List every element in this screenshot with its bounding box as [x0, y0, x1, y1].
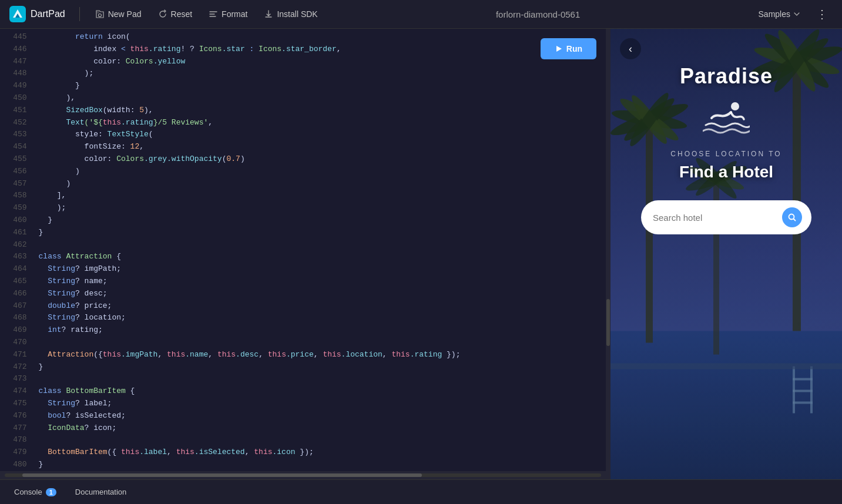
line-content: ); — [34, 202, 606, 214]
line-content: String? name; — [34, 275, 606, 288]
table-row: 479 BottomBarItem({ this.label, this.isS… — [0, 446, 606, 459]
scrollbar-thumb — [22, 473, 422, 477]
line-number: 479 — [0, 446, 34, 459]
line-content: class Attraction { — [34, 251, 606, 263]
main-area: Run 445 return icon(446 index < this.rat… — [0, 29, 842, 479]
samples-label: Samples — [759, 9, 790, 19]
preview-content: Paradise CHOOSE LOCATION TO Find a Hotel — [610, 29, 842, 234]
line-number: 451 — [0, 105, 34, 117]
line-number: 468 — [0, 312, 34, 324]
table-row: 463class Attraction { — [0, 251, 606, 263]
line-content — [34, 337, 606, 349]
line-content: color: Colors.yellow — [34, 56, 606, 68]
line-number: 480 — [0, 459, 34, 471]
line-number: 460 — [0, 214, 34, 227]
line-content: color: Colors.grey.withOpacity(0.7) — [34, 153, 606, 166]
line-content: ); — [34, 68, 606, 80]
table-row: 462 — [0, 239, 606, 251]
samples-button[interactable]: Samples — [753, 6, 807, 22]
line-content: String? desc; — [34, 288, 606, 300]
reset-label: Reset — [171, 9, 193, 19]
search-bar — [641, 200, 811, 234]
line-content: int? rating; — [34, 324, 606, 337]
svg-point-1 — [98, 14, 101, 17]
toolbar: DartPad New Pad Reset Format Install SDK… — [0, 0, 842, 29]
install-sdk-button[interactable]: Install SDK — [258, 6, 323, 22]
console-tab[interactable]: Console 1 — [9, 485, 61, 499]
format-icon — [209, 9, 218, 19]
editor-panel: Run 445 return icon(446 index < this.rat… — [0, 29, 606, 479]
line-number: 469 — [0, 324, 34, 337]
table-row: 473 — [0, 373, 606, 385]
line-number: 449 — [0, 80, 34, 92]
line-number: 467 — [0, 300, 34, 313]
line-number: 461 — [0, 227, 34, 239]
line-content: } — [34, 361, 606, 374]
run-button[interactable]: Run — [541, 38, 596, 59]
line-number: 453 — [0, 129, 34, 141]
table-row: 446 index < this.rating! ? Icons.star : … — [0, 43, 606, 56]
preview-subtitle: CHOOSE LOCATION TO — [670, 150, 781, 158]
table-row: 470 — [0, 337, 606, 349]
code-editor[interactable]: 445 return icon(446 index < this.rating!… — [0, 29, 606, 471]
table-row: 461} — [0, 227, 606, 239]
search-submit-button[interactable] — [782, 207, 802, 227]
horizontal-scrollbar[interactable] — [0, 471, 606, 479]
line-number: 455 — [0, 153, 34, 166]
line-content: ) — [34, 166, 606, 178]
bottom-bar: Console 1 Documentation — [0, 479, 842, 504]
table-row: 453 style: TextStyle( — [0, 129, 606, 141]
table-row: 469 int? rating; — [0, 324, 606, 337]
table-row: 467 double? price; — [0, 300, 606, 313]
swim-icon — [703, 100, 750, 138]
table-row: 459 ); — [0, 202, 606, 214]
line-content: Text('${this.rating}/5 Reviews', — [34, 117, 606, 129]
line-number: 473 — [0, 373, 34, 385]
line-number: 476 — [0, 410, 34, 422]
line-content: } — [34, 214, 606, 227]
line-content: } — [34, 459, 606, 471]
scrollbar-track — [5, 473, 601, 477]
table-row: 454 fontSize: 12, — [0, 141, 606, 153]
table-row: 465 String? name; — [0, 275, 606, 288]
line-number: 464 — [0, 263, 34, 275]
line-content: ) — [34, 178, 606, 190]
new-pad-button[interactable]: New Pad — [89, 6, 147, 22]
preview-back-button[interactable]: ‹ — [620, 38, 641, 59]
line-content: } — [34, 80, 606, 92]
vscroll-thumb — [606, 299, 610, 346]
documentation-tab[interactable]: Documentation — [71, 485, 131, 499]
logo-area: DartPad — [9, 6, 65, 22]
line-content: String? imgPath; — [34, 263, 606, 275]
preview-background: Paradise CHOOSE LOCATION TO Find a Hotel — [610, 29, 842, 479]
reset-button[interactable]: Reset — [152, 6, 199, 22]
table-row: 456 ) — [0, 166, 606, 178]
format-label: Format — [222, 9, 247, 19]
line-content: fontSize: 12, — [34, 141, 606, 153]
table-row: 480} — [0, 459, 606, 471]
line-content: ], — [34, 190, 606, 202]
line-number: 454 — [0, 141, 34, 153]
back-arrow-icon: ‹ — [629, 43, 632, 55]
table-row: 452 Text('${this.rating}/5 Reviews', — [0, 117, 606, 129]
table-row: 450 ), — [0, 92, 606, 105]
toolbar-separator-1 — [79, 7, 80, 21]
table-row: 475 String? label; — [0, 398, 606, 410]
format-button[interactable]: Format — [203, 6, 253, 22]
dartpad-logo-icon — [9, 6, 26, 22]
search-hotel-input[interactable] — [653, 213, 777, 223]
line-content: class BottomBarItem { — [34, 385, 606, 398]
more-options-button[interactable]: ⋮ — [811, 5, 833, 23]
table-row: 455 color: Colors.grey.withOpacity(0.7) — [0, 153, 606, 166]
line-content: return icon( — [34, 31, 606, 43]
table-row: 447 color: Colors.yellow — [0, 56, 606, 68]
search-icon — [787, 213, 797, 222]
vertical-scrollbar[interactable] — [606, 29, 610, 479]
table-row: 464 String? imgPath; — [0, 263, 606, 275]
table-row: 472} — [0, 361, 606, 374]
svg-rect-9 — [610, 364, 842, 369]
line-number: 450 — [0, 92, 34, 105]
table-row: 451 SizedBox(width: 5), — [0, 105, 606, 117]
code-table: 445 return icon(446 index < this.rating!… — [0, 31, 606, 471]
svg-rect-8 — [793, 402, 813, 404]
